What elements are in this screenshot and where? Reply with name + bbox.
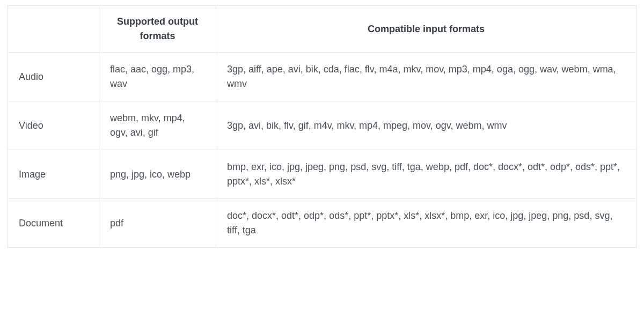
cell-input: 3gp, avi, bik, flv, gif, m4v, mkv, mp4, …	[216, 101, 636, 150]
table-row: Audio flac, aac, ogg, mp3, wav 3gp, aiff…	[8, 53, 636, 101]
header-output: Supported output formats	[99, 6, 216, 53]
table-row: Image png, jpg, ico, webp bmp, exr, ico,…	[8, 150, 636, 199]
table-row: Document pdf doc*, docx*, odt*, odp*, od…	[8, 199, 636, 248]
table-header-row: Supported output formats Compatible inpu…	[8, 6, 636, 53]
cell-input: 3gp, aiff, ape, avi, bik, cda, flac, flv…	[216, 53, 636, 101]
header-input: Compatible input formats	[216, 6, 636, 53]
cell-category: Document	[8, 199, 99, 248]
header-category	[8, 6, 99, 53]
cell-input: bmp, exr, ico, jpg, jpeg, png, psd, svg,…	[216, 150, 636, 199]
cell-input: doc*, docx*, odt*, odp*, ods*, ppt*, ppt…	[216, 199, 636, 248]
formats-table: Supported output formats Compatible inpu…	[8, 5, 636, 248]
cell-category: Image	[8, 150, 99, 199]
cell-output: pdf	[99, 199, 216, 248]
cell-output: flac, aac, ogg, mp3, wav	[99, 53, 216, 101]
cell-category: Audio	[8, 53, 99, 101]
cell-output: png, jpg, ico, webp	[99, 150, 216, 199]
table-row: Video webm, mkv, mp4, ogv, avi, gif 3gp,…	[8, 101, 636, 150]
cell-output: webm, mkv, mp4, ogv, avi, gif	[99, 101, 216, 150]
cell-category: Video	[8, 101, 99, 150]
